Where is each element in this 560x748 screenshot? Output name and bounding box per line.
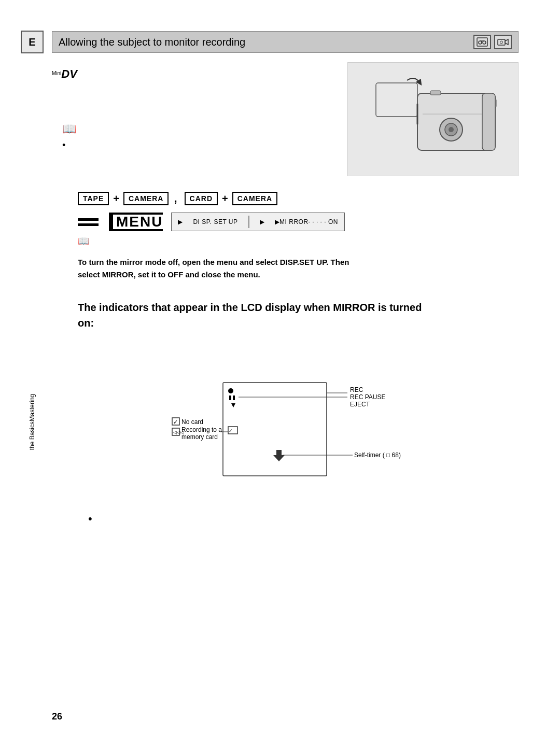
svg-rect-4 [498, 39, 505, 45]
camera-icon-box [494, 35, 512, 49]
svg-rect-18 [223, 383, 327, 476]
mode-row: TAPE + CAMERA , CARD + CAMERA [78, 192, 519, 205]
top-left: MiniDV 📖 • [52, 62, 327, 151]
card-badge: CARD [185, 192, 218, 205]
tape-badge: TAPE [78, 192, 109, 205]
plus1: + [113, 193, 119, 205]
menu-label: MENU [109, 213, 163, 231]
menu-arrow2: ▶ [260, 218, 264, 225]
e-label-box: E [21, 31, 44, 53]
top-section: MiniDV 📖 • [52, 62, 519, 176]
sidebar-text: Mastering the Basics [29, 394, 36, 450]
svg-marker-23 [231, 403, 235, 407]
comma: , [174, 192, 177, 205]
bottom-bullet: • [88, 512, 519, 526]
no-card-text: No card [181, 418, 203, 426]
menu-separator [248, 216, 249, 228]
lcd-svg: REC REC PAUSE EJECT ✓ ◁◁◁ No card Record… [130, 351, 441, 497]
svg-point-2 [483, 41, 486, 44]
tape-icon [477, 37, 488, 47]
self-timer-label: Self-timer ( □ 68) [354, 451, 401, 459]
body-line2: select MIRROR, set it to OFF and close t… [78, 270, 260, 279]
svg-point-1 [479, 41, 482, 44]
memory-card-text: memory card [181, 433, 218, 441]
sidebar-line1: Mastering [29, 394, 36, 421]
sidebar-line2: the Basics [29, 421, 36, 450]
svg-rect-21 [229, 396, 231, 400]
menu-item2: ▶MI RROR· · · · · ON [275, 218, 338, 225]
page-number: 26 [52, 711, 62, 722]
camera-image-area [347, 62, 519, 176]
svg-point-17 [449, 127, 454, 132]
svg-rect-8 [376, 83, 417, 117]
mini-dv-label: MiniDV [52, 67, 327, 81]
svg-text:✓: ✓ [173, 419, 178, 425]
svg-rect-22 [233, 396, 235, 400]
menu-h-lines [78, 218, 99, 226]
menu-arrow1: ▶ [178, 218, 183, 225]
book-icon-top: 📖 [62, 122, 327, 136]
camera-illustration [355, 67, 511, 171]
header-icons [473, 35, 512, 49]
menu-section: MENU ▶ DI SP. SET UP ▶ ▶MI RROR· · · · ·… [78, 213, 519, 231]
svg-point-20 [228, 388, 233, 393]
svg-text:✓: ✓ [229, 428, 233, 433]
mini-text: Mini [52, 70, 61, 76]
svg-rect-12 [430, 91, 441, 95]
book-icon-menu: 📖 [78, 235, 519, 247]
camera2-badge: CAMERA [232, 192, 277, 205]
big-heading-text: The indicators that appear in the LCD di… [78, 302, 422, 329]
top-bullet: • [62, 140, 327, 151]
page: E Allowing the subject to monitor record… [0, 0, 560, 748]
camera1-badge: CAMERA [123, 192, 169, 205]
header-bar: Allowing the subject to monitor recordin… [52, 31, 519, 53]
h-line-1 [78, 218, 99, 221]
rec-pause-label: REC PAUSE [350, 393, 385, 401]
lcd-diagram: REC REC PAUSE EJECT ✓ ◁◁◁ No card Record… [130, 351, 441, 497]
menu-display: ▶ DI SP. SET UP ▶ ▶MI RROR· · · · · ON [171, 213, 344, 231]
rec-label: REC [350, 386, 363, 393]
svg-point-6 [500, 41, 503, 44]
recording-text: Recording to a [181, 426, 222, 433]
e-label: E [29, 36, 35, 48]
tape-icon-box [473, 35, 491, 49]
body-line1: To turn the mirror mode off, open the me… [78, 258, 349, 266]
header-title: Allowing the subject to monitor recordin… [59, 36, 473, 48]
svg-rect-13 [482, 93, 495, 150]
menu-item1: DI SP. SET UP [193, 218, 237, 225]
h-line-2 [78, 223, 99, 226]
svg-marker-5 [505, 39, 508, 45]
body-text: To turn the mirror mode off, open the me… [78, 256, 472, 281]
dv-text: DV [61, 67, 77, 80]
eject-label: EJECT [350, 401, 370, 408]
big-heading: The indicators that appear in the LCD di… [78, 300, 441, 331]
plus2: + [222, 193, 228, 205]
svg-marker-32 [273, 450, 285, 461]
camera-icon [497, 37, 509, 47]
